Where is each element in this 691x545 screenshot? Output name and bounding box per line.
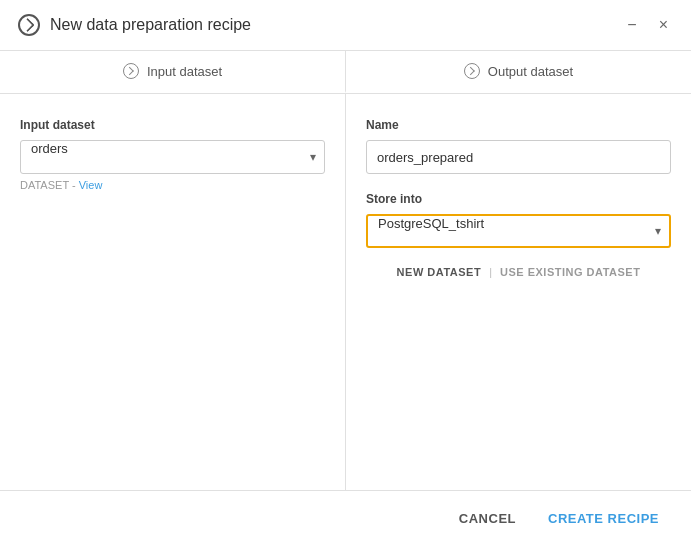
tab-input-label: Input dataset: [147, 64, 222, 79]
modal-body: Input dataset orders ▾ DATASET - View Na…: [0, 94, 691, 490]
modal-footer: CANCEL CREATE RECIPE: [0, 490, 691, 545]
dataset-meta-prefix: DATASET -: [20, 179, 79, 191]
input-tab-icon: [123, 63, 139, 79]
use-existing-link[interactable]: USE EXISTING DATASET: [500, 266, 640, 278]
recipe-icon: [18, 14, 40, 36]
output-tab-icon: [464, 63, 480, 79]
modal-title: New data preparation recipe: [50, 16, 251, 34]
tab-output-label: Output dataset: [488, 64, 573, 79]
close-button[interactable]: ×: [654, 15, 673, 35]
name-label: Name: [366, 118, 671, 132]
input-dataset-label: Input dataset: [20, 118, 325, 132]
dataset-links: NEW DATASET | USE EXISTING DATASET: [366, 266, 671, 278]
store-dropdown[interactable]: PostgreSQL_tshirt ▾: [366, 214, 671, 248]
store-dropdown-value: PostgreSQL_tshirt: [368, 216, 647, 246]
name-input[interactable]: [366, 140, 671, 174]
create-recipe-button[interactable]: CREATE RECIPE: [534, 501, 673, 536]
input-dataset-value: orders: [21, 141, 302, 173]
header-controls: − ×: [622, 15, 673, 35]
modal-tabs: Input dataset Output dataset: [0, 51, 691, 94]
modal-container: New data preparation recipe − × Input da…: [0, 0, 691, 545]
new-dataset-link[interactable]: NEW DATASET: [397, 266, 482, 278]
tab-input[interactable]: Input dataset: [0, 51, 345, 93]
minimize-button[interactable]: −: [622, 15, 641, 35]
output-panel: Name Store into PostgreSQL_tshirt ▾ NEW …: [345, 94, 691, 490]
cancel-button[interactable]: CANCEL: [445, 501, 530, 536]
dataset-view-link[interactable]: View: [79, 179, 103, 191]
store-label: Store into: [366, 192, 671, 206]
input-panel: Input dataset orders ▾ DATASET - View: [0, 94, 345, 490]
store-dropdown-arrow: ▾: [647, 224, 669, 238]
input-dataset-dropdown[interactable]: orders ▾: [20, 140, 325, 174]
modal-header: New data preparation recipe − ×: [0, 0, 691, 51]
tab-output[interactable]: Output dataset: [345, 51, 691, 93]
input-dropdown-arrow: ▾: [302, 150, 324, 164]
dataset-link-separator: |: [489, 266, 492, 278]
dataset-meta: DATASET - View: [20, 179, 325, 191]
modal-header-left: New data preparation recipe: [18, 14, 251, 36]
